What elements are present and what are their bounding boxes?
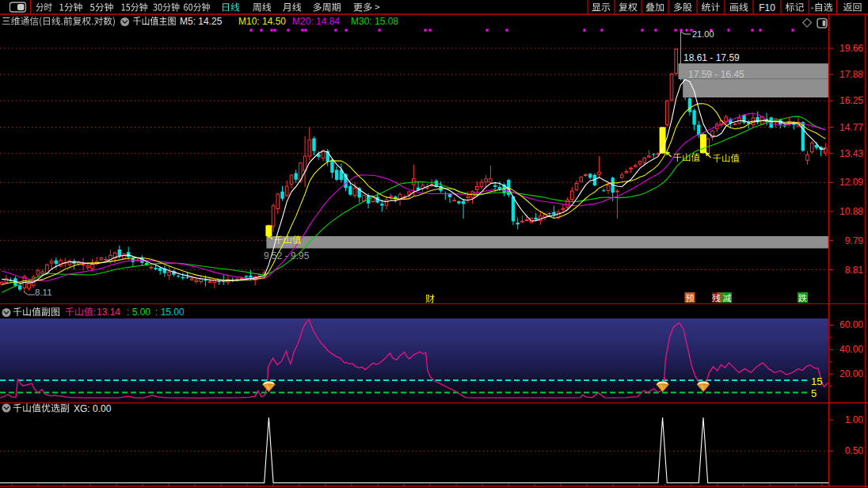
svg-text:9.52 - 9.95: 9.52 - 9.95 <box>264 250 310 261</box>
svg-text:10.88: 10.88 <box>839 206 863 217</box>
svg-text:: 5.00: : 5.00 <box>127 307 150 318</box>
svg-text:M20: 14.84: M20: 14.84 <box>292 16 340 27</box>
svg-text:13.14: 13.14 <box>97 307 120 318</box>
svg-text:16.25: 16.25 <box>839 95 863 106</box>
svg-text:21.00: 21.00 <box>692 29 714 39</box>
svg-text:19.66: 19.66 <box>839 43 863 54</box>
svg-text:20.00: 20.00 <box>839 368 863 379</box>
svg-text:17.59 - 16.45: 17.59 - 16.45 <box>688 69 744 80</box>
svg-text:M10: 14.50: M10: 14.50 <box>238 16 286 27</box>
svg-text:12.09: 12.09 <box>839 177 863 188</box>
svg-text:13.43: 13.43 <box>839 148 863 159</box>
svg-text:60.00: 60.00 <box>839 319 863 330</box>
svg-text:: 15.00: : 15.00 <box>155 307 185 318</box>
svg-text:8.11: 8.11 <box>35 288 52 297</box>
svg-text:9.79: 9.79 <box>845 235 864 246</box>
svg-text:M5: 14.25: M5: 14.25 <box>180 16 223 27</box>
svg-text:1.00: 1.00 <box>845 414 864 425</box>
svg-text:15: 15 <box>811 376 822 387</box>
svg-text:18.61 - 17.59: 18.61 - 17.59 <box>683 52 740 63</box>
svg-text:40.00: 40.00 <box>839 344 863 355</box>
svg-text:14.77: 14.77 <box>839 122 863 133</box>
svg-text:0.50: 0.50 <box>845 445 864 456</box>
svg-text:8.81: 8.81 <box>845 265 864 276</box>
svg-text:F10: F10 <box>759 2 775 13</box>
svg-text:XG: 0.00: XG: 0.00 <box>74 403 112 414</box>
svg-text:5: 5 <box>811 387 817 399</box>
svg-text:M30: 15.08: M30: 15.08 <box>351 16 398 27</box>
svg-text:17.88: 17.88 <box>839 69 863 80</box>
